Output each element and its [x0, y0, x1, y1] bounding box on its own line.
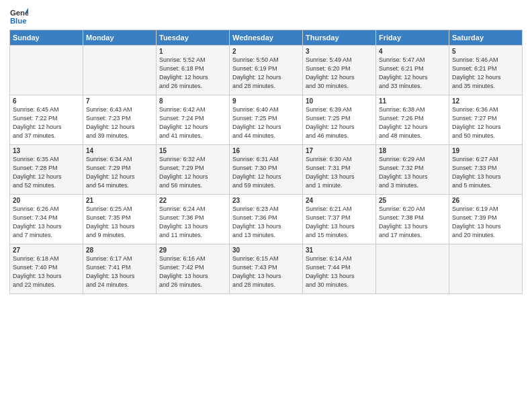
calendar-cell: 13Sunrise: 6:35 AMSunset: 7:28 PMDayligh…: [10, 145, 83, 195]
calendar-cell: 23Sunrise: 6:23 AMSunset: 7:36 PMDayligh…: [230, 195, 303, 244]
day-info: Sunrise: 6:45 AMSunset: 7:22 PMDaylight:…: [13, 105, 80, 140]
day-number: 30: [232, 246, 300, 254]
calendar-cell: 17Sunrise: 6:30 AMSunset: 7:31 PMDayligh…: [303, 145, 376, 195]
day-info: Sunrise: 6:20 AMSunset: 7:38 PMDaylight:…: [379, 205, 446, 240]
day-number: 31: [306, 246, 373, 254]
day-info: Sunrise: 6:39 AMSunset: 7:25 PMDaylight:…: [306, 105, 373, 140]
day-number: 17: [306, 147, 373, 154]
day-info: Sunrise: 6:14 AMSunset: 7:44 PMDaylight:…: [306, 255, 373, 289]
day-number: 2: [232, 48, 300, 55]
calendar-cell: 31Sunrise: 6:14 AMSunset: 7:44 PMDayligh…: [303, 244, 376, 294]
day-info: Sunrise: 6:25 AMSunset: 7:35 PMDaylight:…: [86, 205, 153, 240]
day-info: Sunrise: 5:52 AMSunset: 6:18 PMDaylight:…: [159, 56, 226, 91]
calendar-cell: 4Sunrise: 5:47 AMSunset: 6:21 PMDaylight…: [376, 46, 449, 95]
calendar-cell: 28Sunrise: 6:17 AMSunset: 7:41 PMDayligh…: [83, 244, 157, 294]
day-info: Sunrise: 6:21 AMSunset: 7:37 PMDaylight:…: [306, 205, 373, 240]
day-number: 9: [232, 97, 300, 105]
day-number: 6: [13, 97, 80, 105]
day-info: Sunrise: 6:24 AMSunset: 7:36 PMDaylight:…: [159, 205, 226, 240]
day-number: 10: [306, 97, 373, 105]
calendar-cell: 20Sunrise: 6:26 AMSunset: 7:34 PMDayligh…: [10, 195, 83, 244]
day-number: 27: [13, 246, 80, 254]
day-number: 14: [86, 147, 153, 154]
calendar-cell: 8Sunrise: 6:42 AMSunset: 7:24 PMDaylight…: [157, 95, 230, 145]
calendar-week-row: 13Sunrise: 6:35 AMSunset: 7:28 PMDayligh…: [10, 145, 523, 195]
calendar-cell: 29Sunrise: 6:16 AMSunset: 7:42 PMDayligh…: [157, 244, 230, 294]
day-info: Sunrise: 6:27 AMSunset: 7:33 PMDaylight:…: [452, 155, 519, 190]
day-info: Sunrise: 5:49 AMSunset: 6:20 PMDaylight:…: [306, 56, 373, 91]
weekday-header-saturday: Saturday: [449, 30, 523, 46]
day-info: Sunrise: 6:16 AMSunset: 7:42 PMDaylight:…: [159, 255, 226, 289]
logo: General Blue: [9, 7, 28, 26]
calendar-cell: 6Sunrise: 6:45 AMSunset: 7:22 PMDaylight…: [10, 95, 83, 145]
day-number: 13: [13, 147, 80, 154]
day-number: 22: [159, 197, 226, 204]
svg-text:Blue: Blue: [10, 17, 27, 25]
calendar-cell: 10Sunrise: 6:39 AMSunset: 7:25 PMDayligh…: [303, 95, 376, 145]
weekday-header-row: SundayMondayTuesdayWednesdayThursdayFrid…: [10, 30, 523, 46]
calendar-cell: [376, 244, 449, 294]
calendar-cell: [83, 46, 157, 95]
calendar-cell: 18Sunrise: 6:29 AMSunset: 7:32 PMDayligh…: [376, 145, 449, 195]
calendar-cell: 3Sunrise: 5:49 AMSunset: 6:20 PMDaylight…: [303, 46, 376, 95]
day-number: 26: [452, 197, 519, 204]
day-info: Sunrise: 6:19 AMSunset: 7:39 PMDaylight:…: [452, 205, 519, 240]
day-number: 29: [159, 246, 226, 254]
calendar-cell: [449, 244, 523, 294]
calendar-cell: 15Sunrise: 6:32 AMSunset: 7:29 PMDayligh…: [157, 145, 230, 195]
day-number: 16: [232, 147, 300, 154]
day-info: Sunrise: 6:40 AMSunset: 7:25 PMDaylight:…: [232, 105, 300, 140]
day-info: Sunrise: 6:30 AMSunset: 7:31 PMDaylight:…: [306, 155, 373, 190]
calendar-cell: 22Sunrise: 6:24 AMSunset: 7:36 PMDayligh…: [157, 195, 230, 244]
day-info: Sunrise: 6:15 AMSunset: 7:43 PMDaylight:…: [232, 255, 300, 289]
weekday-header-friday: Friday: [376, 30, 449, 46]
day-info: Sunrise: 6:38 AMSunset: 7:26 PMDaylight:…: [379, 105, 446, 140]
calendar-cell: 16Sunrise: 6:31 AMSunset: 7:30 PMDayligh…: [230, 145, 303, 195]
calendar-cell: 26Sunrise: 6:19 AMSunset: 7:39 PMDayligh…: [449, 195, 523, 244]
calendar-cell: 2Sunrise: 5:50 AMSunset: 6:19 PMDaylight…: [230, 46, 303, 95]
header: General Blue: [9, 7, 523, 26]
calendar-cell: 11Sunrise: 6:38 AMSunset: 7:26 PMDayligh…: [376, 95, 449, 145]
weekday-header-sunday: Sunday: [10, 30, 83, 46]
weekday-header-wednesday: Wednesday: [230, 30, 303, 46]
calendar-table: SundayMondayTuesdayWednesdayThursdayFrid…: [9, 30, 523, 294]
day-number: 15: [159, 147, 226, 154]
day-info: Sunrise: 6:42 AMSunset: 7:24 PMDaylight:…: [159, 105, 226, 140]
day-number: 12: [452, 97, 519, 105]
day-info: Sunrise: 6:17 AMSunset: 7:41 PMDaylight:…: [86, 255, 153, 289]
day-number: 4: [379, 48, 446, 55]
calendar-cell: 5Sunrise: 5:46 AMSunset: 6:21 PMDaylight…: [449, 46, 523, 95]
day-info: Sunrise: 6:32 AMSunset: 7:29 PMDaylight:…: [159, 155, 226, 190]
day-number: 20: [13, 197, 80, 204]
day-number: 7: [86, 97, 153, 105]
day-number: 24: [306, 197, 373, 204]
weekday-header-tuesday: Tuesday: [157, 30, 230, 46]
calendar-week-row: 20Sunrise: 6:26 AMSunset: 7:34 PMDayligh…: [10, 195, 523, 244]
calendar-cell: 24Sunrise: 6:21 AMSunset: 7:37 PMDayligh…: [303, 195, 376, 244]
calendar-week-row: 1Sunrise: 5:52 AMSunset: 6:18 PMDaylight…: [10, 46, 523, 95]
calendar-cell: 30Sunrise: 6:15 AMSunset: 7:43 PMDayligh…: [230, 244, 303, 294]
day-info: Sunrise: 5:47 AMSunset: 6:21 PMDaylight:…: [379, 56, 446, 91]
day-info: Sunrise: 6:31 AMSunset: 7:30 PMDaylight:…: [232, 155, 300, 190]
calendar-cell: 1Sunrise: 5:52 AMSunset: 6:18 PMDaylight…: [157, 46, 230, 95]
calendar-week-row: 6Sunrise: 6:45 AMSunset: 7:22 PMDaylight…: [10, 95, 523, 145]
day-info: Sunrise: 6:26 AMSunset: 7:34 PMDaylight:…: [13, 205, 80, 240]
calendar-cell: 25Sunrise: 6:20 AMSunset: 7:38 PMDayligh…: [376, 195, 449, 244]
logo-icon: General Blue: [9, 7, 28, 26]
weekday-header-monday: Monday: [83, 30, 157, 46]
day-number: 18: [379, 147, 446, 154]
calendar-cell: 27Sunrise: 6:18 AMSunset: 7:40 PMDayligh…: [10, 244, 83, 294]
calendar-cell: 12Sunrise: 6:36 AMSunset: 7:27 PMDayligh…: [449, 95, 523, 145]
page: General Blue SundayMondayTuesdayWednesda…: [0, 0, 532, 411]
calendar-cell: [10, 46, 83, 95]
calendar-cell: 21Sunrise: 6:25 AMSunset: 7:35 PMDayligh…: [83, 195, 157, 244]
day-info: Sunrise: 6:18 AMSunset: 7:40 PMDaylight:…: [13, 255, 80, 289]
day-info: Sunrise: 6:35 AMSunset: 7:28 PMDaylight:…: [13, 155, 80, 190]
day-number: 23: [232, 197, 300, 204]
day-number: 28: [86, 246, 153, 254]
calendar-cell: 19Sunrise: 6:27 AMSunset: 7:33 PMDayligh…: [449, 145, 523, 195]
day-info: Sunrise: 6:29 AMSunset: 7:32 PMDaylight:…: [379, 155, 446, 190]
day-number: 25: [379, 197, 446, 204]
day-info: Sunrise: 6:34 AMSunset: 7:29 PMDaylight:…: [86, 155, 153, 190]
day-number: 11: [379, 97, 446, 105]
